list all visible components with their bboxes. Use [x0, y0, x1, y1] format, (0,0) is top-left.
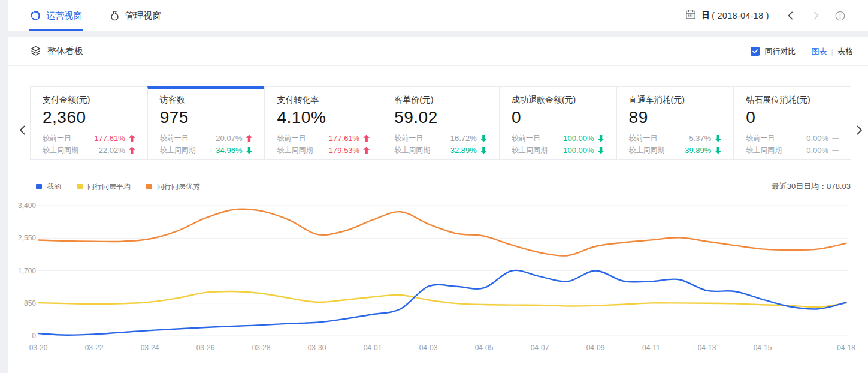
compare-value: 16.72%	[450, 134, 477, 143]
metric-card-payment-amount[interactable]: 支付金额(元) 2,360 较前一日 177.61% 较上周同期 22.02%	[30, 86, 148, 160]
legend-label: 同行同层平均	[87, 182, 131, 192]
board-header: 整体看板 同行对比 图表 | 表格	[8, 37, 868, 66]
compare-label: 较前一日	[160, 134, 189, 143]
metric-value: 0	[746, 108, 839, 127]
compare-label: 较上周同期	[512, 146, 548, 155]
svg-text:850: 850	[24, 299, 36, 308]
compare-label: 较前一日	[746, 134, 775, 143]
compare-value: 32.89%	[450, 146, 477, 155]
tab-management-view-label: 管理视窗	[125, 10, 161, 22]
compare-prev-day-row: 较前一日 5.37%	[629, 134, 722, 143]
metric-title: 访客数	[160, 95, 253, 105]
svg-text:1,700: 1,700	[18, 267, 36, 275]
metric-cards-row: 支付金额(元) 2,360 较前一日 177.61% 较上周同期 22.02% …	[30, 86, 851, 160]
peer-compare-checkbox[interactable]	[751, 47, 760, 56]
compare-value: 20.07%	[216, 134, 242, 143]
view-toggle-chart[interactable]: 图表	[812, 46, 827, 57]
legend-swatch-peer-average	[77, 184, 83, 189]
compare-prev-day-row: 较前一日 16.72%	[394, 134, 487, 143]
tab-operation-view-label: 运营视窗	[46, 10, 82, 22]
svg-text:04-05: 04-05	[475, 344, 494, 352]
metric-card-diamond-cost[interactable]: 钻石展位消耗(元) 0 较前一日 0.00% 较上周同期 0.00%	[733, 86, 851, 160]
metric-card-avg-order-value[interactable]: 客单价(元) 59.02 较前一日 16.72% 较上周同期 32.89%	[382, 86, 500, 160]
compare-label: 较上周同期	[277, 146, 313, 155]
compare-value: 5.37%	[689, 134, 711, 143]
metric-title: 钻石展位消耗(元)	[746, 95, 839, 105]
svg-text:03-24: 03-24	[141, 344, 159, 352]
trend-arrow-icon	[246, 147, 252, 154]
trend-arrow-icon	[129, 147, 135, 154]
compare-last-week-row: 较上周同期 179.53%	[277, 146, 370, 155]
metric-card-refund-amount[interactable]: 成功退款金额(元) 0 较前一日 100.00% 较上周同期 100.00%	[499, 86, 617, 160]
trend-arrow-icon	[480, 147, 487, 154]
date-value[interactable]: ( 2018-04-18 )	[712, 11, 769, 20]
metric-title: 支付转化率	[277, 95, 370, 105]
cards-scroll-right-button[interactable]	[854, 125, 864, 136]
compare-last-week-row: 较上周同期 22.02%	[43, 146, 135, 155]
svg-text:3,400: 3,400	[18, 201, 36, 210]
compare-label: 较前一日	[277, 134, 306, 143]
metric-value: 2,360	[43, 108, 135, 127]
compare-value: 177.61%	[94, 134, 125, 143]
svg-text:04-11: 04-11	[642, 344, 660, 352]
compare-prev-day-row: 较前一日 100.00%	[512, 134, 604, 143]
top-nav-bar: 运营视窗 管理视窗 日 ( 2018-04-18 )	[8, 0, 868, 31]
date-granularity[interactable]: 日	[701, 10, 710, 21]
svg-text:03-20: 03-20	[29, 344, 48, 352]
compare-prev-day-row: 较前一日 20.07%	[160, 134, 253, 143]
legend-label: 同行同层优秀	[157, 182, 200, 192]
svg-text:04-15: 04-15	[754, 344, 772, 352]
compare-label: 较上周同期	[160, 146, 196, 155]
legend-label: 我的	[47, 182, 61, 192]
compare-label: 较前一日	[512, 134, 540, 143]
board-title: 整体看板	[47, 46, 83, 57]
tab-operation-view[interactable]: 运营视窗	[30, 0, 82, 31]
compare-label: 较上周同期	[629, 146, 665, 155]
operation-view-icon	[30, 10, 41, 21]
chart-header: 我的 同行同层平均 同行同层优秀 最近30日日均：878.03	[36, 181, 851, 192]
topbar-right-controls: 日 ( 2018-04-18 )	[685, 9, 868, 22]
tab-management-view[interactable]: 管理视窗	[110, 0, 161, 31]
trend-arrow-icon	[598, 135, 604, 142]
trend-line-chart: 08501,7002,5503,40003-2003-2203-2403-260…	[8, 199, 868, 364]
trend-arrow-icon	[129, 135, 135, 142]
compare-prev-day-row: 较前一日 177.61%	[277, 134, 370, 143]
avg-30d-label: 最近30日日均：878.03	[772, 181, 851, 192]
metric-value: 89	[629, 108, 722, 127]
next-date-button[interactable]	[811, 11, 821, 20]
compare-last-week-row: 较上周同期 32.89%	[394, 146, 487, 155]
compare-last-week-row: 较上周同期 0.00%	[746, 146, 839, 155]
compare-value: 177.61%	[329, 134, 359, 143]
svg-text:04-01: 04-01	[364, 344, 382, 352]
svg-text:03-30: 03-30	[308, 344, 326, 352]
metric-card-visitors[interactable]: 访客数 975 较前一日 20.07% 较上周同期 34.96%	[147, 86, 265, 160]
svg-text:0: 0	[32, 332, 36, 340]
metric-card-ztc-cost[interactable]: 直通车消耗(元) 89 较前一日 5.37% 较上周同期 39.89%	[616, 86, 734, 160]
svg-text:04-07: 04-07	[531, 344, 549, 352]
metric-title: 成功退款金额(元)	[512, 95, 604, 105]
metric-value: 4.10%	[277, 108, 370, 127]
svg-text:04-13: 04-13	[698, 344, 716, 352]
legend-item-peer-average[interactable]: 同行同层平均	[77, 182, 131, 192]
view-toggle-table[interactable]: 表格	[837, 46, 853, 57]
legend-swatch-mine	[36, 184, 42, 189]
legend-item-peer-best[interactable]: 同行同层优秀	[146, 182, 200, 192]
compare-label: 较上周同期	[746, 146, 782, 155]
svg-text:04-18: 04-18	[837, 344, 855, 352]
compare-label: 较前一日	[394, 134, 423, 143]
layers-icon	[30, 45, 41, 58]
info-icon[interactable]	[835, 11, 845, 21]
peer-compare-label[interactable]: 同行对比	[765, 46, 796, 57]
metric-title: 直通车消耗(元)	[629, 95, 722, 105]
trend-arrow-icon	[715, 147, 721, 154]
trend-arrow-icon	[246, 135, 252, 142]
svg-text:04-09: 04-09	[586, 344, 605, 352]
prev-date-button[interactable]	[786, 11, 796, 20]
cards-scroll-left-button[interactable]	[17, 125, 28, 136]
compare-value: 100.00%	[563, 134, 594, 143]
compare-value: 179.53%	[329, 146, 359, 155]
metric-title: 支付金额(元)	[43, 95, 135, 105]
metric-card-conversion-rate[interactable]: 支付转化率 4.10% 较前一日 177.61% 较上周同期 179.53%	[264, 86, 382, 160]
compare-label: 较上周同期	[394, 146, 430, 155]
legend-item-mine[interactable]: 我的	[36, 182, 61, 192]
